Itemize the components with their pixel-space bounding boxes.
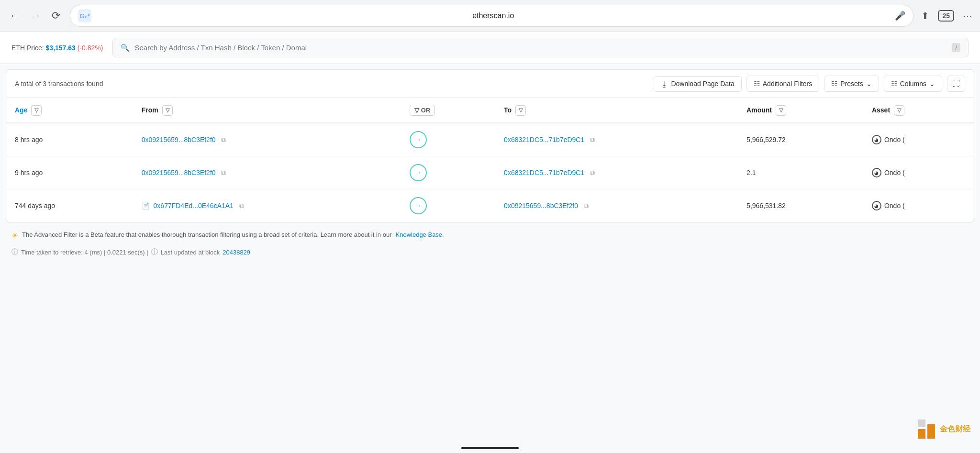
translate-icon: G⇄	[78, 9, 91, 22]
columns-chevron-icon: ⌄	[929, 80, 935, 88]
toolbar-row: A total of 3 transactions found ⭳ Downlo…	[6, 69, 974, 98]
back-button[interactable]: ←	[8, 8, 22, 24]
additional-filters-button[interactable]: ☷ Additional Filters	[746, 76, 820, 92]
row2-age: 9 hrs ago	[6, 156, 133, 189]
footer-note: ☀ The Advanced Filter is a Beta feature …	[6, 222, 974, 244]
beta-icon: ☀	[11, 231, 18, 240]
row3-from-link[interactable]: 0x677FD4Ed...0E46cA1A1	[154, 202, 234, 210]
row2-from: 0x09215659...8bC3Ef2f0 ⧉	[133, 156, 401, 189]
columns-label: Columns	[900, 80, 926, 88]
row2-asset-name: Ondo (	[884, 169, 905, 177]
row3-to-copy-button[interactable]: ⧉	[582, 201, 590, 211]
row3-asset: ◕ Ondo (	[863, 189, 974, 222]
timing-text: Time taken to retrieve: 4 (ms) | 0.0221 …	[21, 249, 148, 256]
footer-timing: ⓘ Time taken to retrieve: 4 (ms) | 0.022…	[6, 244, 974, 265]
row2-ondo-icon: ◕	[872, 168, 881, 177]
age-filter-icon[interactable]: ▽	[31, 105, 42, 116]
info-icon-timing: ⓘ	[11, 248, 18, 256]
row1-from-link[interactable]: 0x09215659...8bC3Ef2f0	[142, 136, 216, 144]
row3-arrow: →	[401, 189, 495, 222]
row3-from-copy-button[interactable]: ⧉	[237, 201, 246, 211]
search-icon: 🔍	[121, 44, 130, 52]
beta-note-text: The Advanced Filter is a Beta feature th…	[22, 231, 392, 238]
asset-column-header: Asset ▽	[863, 98, 974, 123]
row1-amount: 5,966,529.72	[738, 123, 863, 156]
table-row: 9 hrs ago 0x09215659...8bC3Ef2f0 ⧉ → 0x6…	[6, 156, 974, 189]
filters-label: Additional Filters	[763, 80, 813, 88]
row3-to-link[interactable]: 0x09215659...8bC3Ef2f0	[504, 202, 578, 210]
eth-price-label: ETH Price:	[11, 44, 44, 52]
columns-icon: ☷	[891, 79, 897, 88]
row1-to-copy-button[interactable]: ⧉	[588, 135, 597, 145]
info-icon-block: ⓘ	[151, 248, 158, 256]
share-button[interactable]: ⬆	[921, 10, 929, 22]
row1-from: 0x09215659...8bC3Ef2f0 ⧉	[133, 123, 401, 156]
row1-to-link[interactable]: 0x68321DC5...71b7eD9C1	[504, 136, 584, 144]
or-filter-icon: ▽	[414, 107, 419, 114]
search-bar[interactable]: 🔍 /	[112, 38, 969, 57]
eth-price: ETH Price: $3,157.63 (-0.82%)	[11, 44, 103, 52]
presets-icon: ☷	[831, 79, 837, 88]
row3-age: 744 days ago	[6, 189, 133, 222]
transactions-table-container: Age ▽ From ▽ ▽ OR To	[6, 98, 974, 222]
browser-chrome: ← → ⟳ G⇄ etherscan.io 🎤 ⬆ 25 ⋯	[0, 0, 980, 32]
block-number-link[interactable]: 20438829	[223, 249, 250, 256]
row3-to: 0x09215659...8bC3Ef2f0 ⧉	[495, 189, 738, 222]
table-header-row: Age ▽ From ▽ ▽ OR To	[6, 98, 974, 123]
transactions-table: Age ▽ From ▽ ▽ OR To	[6, 98, 974, 222]
download-label: Download Page Data	[671, 80, 734, 88]
row2-arrow: →	[401, 156, 495, 189]
row2-from-copy-button[interactable]: ⧉	[219, 168, 228, 178]
row3-from: 📄 0x677FD4Ed...0E46cA1A1 ⧉	[133, 189, 401, 222]
row3-ondo-icon: ◕	[872, 201, 881, 210]
refresh-button[interactable]: ⟳	[50, 8, 62, 24]
presets-label: Presets	[840, 80, 863, 88]
row2-asset: ◕ Ondo (	[863, 156, 974, 189]
download-icon: ⭳	[661, 80, 668, 88]
url-text: etherscan.io	[96, 11, 890, 20]
columns-button[interactable]: ☷ Columns ⌄	[884, 76, 942, 92]
or-column-header: ▽ OR	[401, 98, 495, 123]
to-filter-icon[interactable]: ▽	[515, 105, 526, 116]
more-button[interactable]: ⋯	[963, 10, 972, 22]
row2-amount: 2.1	[738, 156, 863, 189]
presets-button[interactable]: ☷ Presets ⌄	[824, 76, 879, 92]
row2-to-copy-button[interactable]: ⧉	[588, 168, 597, 178]
row2-from-link[interactable]: 0x09215659...8bC3Ef2f0	[142, 169, 216, 177]
amount-filter-icon[interactable]: ▽	[776, 105, 786, 116]
mic-icon: 🎤	[895, 11, 905, 21]
row1-from-copy-button[interactable]: ⧉	[219, 135, 228, 145]
download-page-data-button[interactable]: ⭳ Download Page Data	[654, 76, 741, 92]
last-updated-text: Last updated at block	[161, 249, 220, 256]
row1-to: 0x68321DC5...71b7eD9C1 ⧉	[495, 123, 738, 156]
row1-ondo-icon: ◕	[872, 135, 881, 144]
total-transactions-text: A total of 3 transactions found	[15, 80, 649, 88]
row3-arrow-circle[interactable]: →	[410, 197, 427, 214]
forward-button[interactable]: →	[29, 8, 43, 24]
row3-asset-name: Ondo (	[884, 202, 905, 210]
row2-arrow-circle[interactable]: →	[410, 164, 427, 181]
to-column-header: To ▽	[495, 98, 738, 123]
age-column-header: Age ▽	[6, 98, 133, 123]
expand-button[interactable]: ⛶	[947, 76, 965, 92]
browser-nav: ← → ⟳	[8, 8, 62, 24]
url-bar[interactable]: G⇄ etherscan.io 🎤	[70, 5, 913, 27]
search-input[interactable]	[134, 44, 947, 52]
tab-count[interactable]: 25	[938, 10, 954, 22]
row2-to-link[interactable]: 0x68321DC5...71b7eD9C1	[504, 169, 584, 177]
row3-amount: 5,966,531.82	[738, 189, 863, 222]
or-badge: ▽ OR	[410, 105, 435, 116]
browser-actions: ⬆ 25 ⋯	[921, 10, 972, 22]
table-row: 744 days ago 📄 0x677FD4Ed...0E46cA1A1 ⧉ …	[6, 189, 974, 222]
knowledge-base-link[interactable]: Knowledge Base.	[396, 231, 444, 238]
filter-icon: ☷	[754, 79, 760, 88]
amount-column-header: Amount ▽	[738, 98, 863, 123]
eth-header: ETH Price: $3,157.63 (-0.82%) 🔍 /	[0, 32, 980, 64]
asset-filter-icon[interactable]: ▽	[894, 105, 904, 116]
row1-asset-name: Ondo (	[884, 136, 905, 144]
from-filter-icon[interactable]: ▽	[162, 105, 173, 116]
row1-arrow-circle[interactable]: →	[410, 131, 427, 148]
eth-price-change: (-0.82%)	[78, 44, 103, 52]
presets-chevron-icon: ⌄	[866, 80, 872, 88]
row1-arrow: →	[401, 123, 495, 156]
